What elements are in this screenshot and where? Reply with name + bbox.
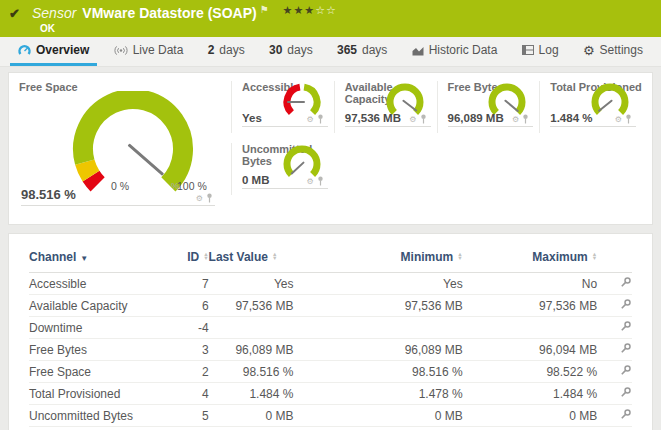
channel-id: 4 [169, 383, 209, 405]
tab-log-label: Log [539, 43, 559, 57]
channel-name: Available Capacity [29, 295, 169, 317]
tile-divider [550, 126, 636, 127]
minimum-value: 97,536 MB [293, 295, 462, 317]
channel-settings-icon[interactable] [620, 408, 632, 420]
gauge-value: 0 MB [242, 174, 269, 186]
channel-name: Total Provisioned [29, 383, 169, 405]
gauge-tile-available-capacity[interactable]: Available Capacity 97,536 MB ⚙ [334, 81, 437, 133]
tab-overview[interactable]: Overview [10, 37, 97, 66]
channel-gear-icon[interactable]: ⚙ [307, 116, 314, 124]
stars-empty[interactable]: ☆☆ [315, 4, 337, 16]
channel-settings-icon[interactable] [620, 298, 632, 310]
tab-settings[interactable]: ⚙ Settings [575, 37, 651, 66]
channel-settings-icon[interactable] [620, 364, 632, 376]
small-gauges-row-1: Accessible Yes ⚙ [231, 81, 642, 133]
column-header-id[interactable]: ID▲▼ [169, 246, 209, 273]
maximum-value [463, 317, 597, 339]
tab-365-days-unit: days [362, 43, 387, 57]
maximum-value: 98.522 % [463, 361, 597, 383]
gauge-value: Yes [242, 112, 262, 124]
gauge-value: 98.516 % [21, 187, 76, 202]
table-row-downtime: Downtime -4 [29, 317, 632, 339]
gauge-tile-free-bytes[interactable]: Free Bytes 96,089 MB ⚙ [437, 81, 540, 133]
priority-flag-icon[interactable]: ⚑ [260, 4, 269, 15]
table-row-available-capacity: Available Capacity 6 97,536 MB 97,536 MB… [29, 295, 632, 317]
tab-historic-data[interactable]: Historic Data [404, 37, 506, 66]
tab-2-days[interactable]: 2 days [200, 37, 253, 66]
area-chart-icon [412, 45, 424, 56]
sort-icon: ▲▼ [272, 252, 277, 260]
tab-30-days-unit: days [287, 43, 312, 57]
minimum-value: 0 MB [293, 405, 462, 427]
pin-icon[interactable] [206, 193, 213, 203]
gauge-value: 1.484 % [550, 112, 592, 124]
column-header-channel[interactable]: Channel▼ [29, 246, 169, 273]
channel-gear-icon[interactable]: ⚙ [512, 116, 519, 124]
channel-table-panel: Channel▼ ID▲▼ Last Value▲▼ Minimum▲▼ Max… [8, 233, 653, 430]
tile-divider [242, 126, 328, 127]
channel-id: 3 [169, 339, 209, 361]
channel-settings-icon[interactable] [620, 276, 632, 288]
gauge-tile-uncommitted-bytes[interactable]: Uncommitted Bytes 0 MB ⚙ [231, 143, 334, 195]
priority-stars[interactable]: ★★★☆☆ [283, 4, 337, 16]
tile-divider [345, 126, 431, 127]
minimum-value: 98.516 % [293, 361, 462, 383]
channel-gear-icon[interactable]: ⚙ [196, 195, 203, 203]
channel-settings-icon[interactable] [620, 320, 632, 332]
log-table-icon [522, 45, 534, 55]
channel-gear-icon[interactable]: ⚙ [307, 178, 314, 186]
channel-id: 2 [169, 361, 209, 383]
stars-filled[interactable]: ★★★ [283, 4, 316, 16]
gauge-tile-accessible[interactable]: Accessible Yes ⚙ [231, 81, 334, 133]
table-row-accessible: Accessible 7 Yes Yes No [29, 273, 632, 295]
last-value: 96,089 MB [209, 339, 294, 361]
gauge-tile-total-provisioned[interactable]: Total Provisioned 1.484 % ⚙ [539, 81, 642, 133]
channel-id: -4 [169, 317, 209, 339]
last-value: 1.484 % [209, 383, 294, 405]
channel-name: Free Space [29, 361, 169, 383]
pin-icon[interactable] [317, 114, 324, 124]
minimum-value: Yes [293, 273, 462, 295]
sort-icon: ▲▼ [592, 252, 597, 260]
last-value: 98.516 % [209, 361, 294, 383]
channel-table: Channel▼ ID▲▼ Last Value▲▼ Minimum▲▼ Max… [29, 246, 632, 427]
channel-name: Free Bytes [29, 339, 169, 361]
gauge-max-label: 100 % [177, 180, 207, 192]
sort-icon: ▲▼ [457, 252, 462, 260]
tab-live-data-label: Live Data [133, 43, 184, 57]
pin-icon[interactable] [420, 114, 427, 124]
channel-gear-icon[interactable]: ⚙ [615, 116, 622, 124]
channel-settings-icon[interactable] [620, 386, 632, 398]
pin-icon[interactable] [317, 176, 324, 186]
tab-30-days[interactable]: 30 days [261, 37, 321, 66]
pin-icon[interactable] [522, 114, 529, 124]
channel-gear-icon[interactable]: ⚙ [409, 116, 416, 124]
channel-name: Downtime [29, 317, 169, 339]
last-value: 97,536 MB [209, 295, 294, 317]
tab-live-data[interactable]: Live Data [106, 37, 192, 66]
last-value [209, 317, 294, 339]
maximum-value: 1.484 % [463, 383, 597, 405]
gear-icon: ⚙ [583, 43, 595, 58]
maximum-value: 96,094 MB [463, 339, 597, 361]
channel-id: 6 [169, 295, 209, 317]
tab-settings-label: Settings [600, 43, 643, 57]
column-header-last-value[interactable]: Last Value▲▼ [209, 246, 294, 273]
sort-desc-icon: ▼ [80, 254, 88, 263]
column-header-maximum[interactable]: Maximum▲▼ [463, 246, 597, 273]
gauge-tile-free-space[interactable]: Free Space % 0 % 100 % 98.516 % ⚙ [19, 81, 231, 216]
object-kind-label: Sensor [32, 5, 76, 21]
tab-log[interactable]: Log [514, 37, 567, 66]
gauge-icon [18, 44, 31, 56]
minimum-value: 96,089 MB [293, 339, 462, 361]
tab-365-days[interactable]: 365 days [329, 37, 395, 66]
tab-bar: Overview Live Data 2 days 30 days 365 da… [0, 37, 661, 67]
last-value: 0 MB [209, 405, 294, 427]
maximum-value: No [463, 273, 597, 295]
tab-overview-label: Overview [36, 43, 89, 57]
column-header-minimum[interactable]: Minimum▲▼ [293, 246, 462, 273]
channel-settings-icon[interactable] [620, 342, 632, 354]
pin-icon[interactable] [625, 114, 632, 124]
tab-30-days-number: 30 [269, 43, 282, 57]
gauge-min-label: 0 % [111, 180, 129, 192]
